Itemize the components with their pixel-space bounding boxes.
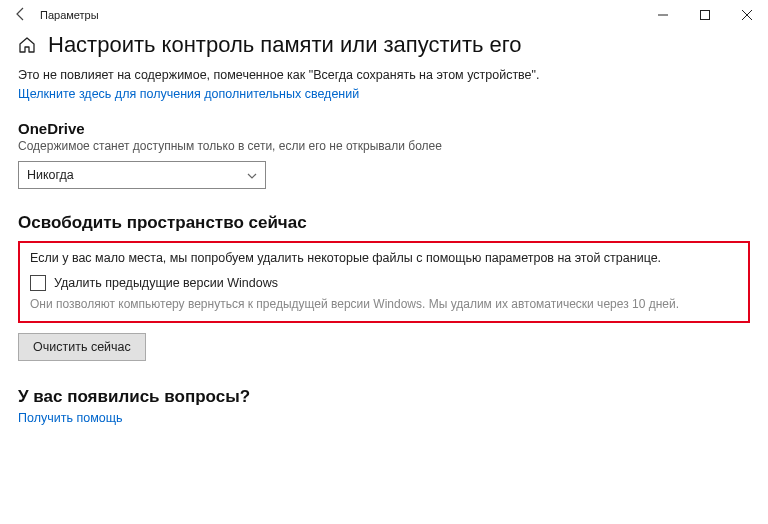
get-help-link[interactable]: Получить помощь [18,411,122,425]
delete-prev-windows-label: Удалить предыдущие версии Windows [54,276,278,290]
window-title: Параметры [36,9,99,21]
titlebar: Параметры [0,0,768,30]
questions-title: У вас появились вопросы? [18,387,750,407]
freespace-text: Если у вас мало места, мы попробуем удал… [30,251,738,265]
freespace-subtext: Они позволяют компьютеру вернуться к пре… [30,297,738,311]
page-title: Настроить контроль памяти или запустить … [48,32,522,58]
onedrive-description: Содержимое станет доступным только в сет… [18,139,750,153]
delete-prev-windows-row: Удалить предыдущие версии Windows [30,275,738,291]
onedrive-title: OneDrive [18,120,750,137]
svg-rect-1 [701,11,710,20]
more-info-link[interactable]: Щелкните здесь для получения дополнитель… [18,87,359,101]
back-button[interactable] [6,7,36,24]
clean-now-button[interactable]: Очистить сейчас [18,333,146,361]
freespace-title: Освободить пространство сейчас [18,213,750,233]
info-text: Это не повлияет на содержимое, помеченно… [18,68,750,82]
window-controls [642,1,768,29]
highlight-box: Если у вас мало места, мы попробуем удал… [18,241,750,323]
maximize-button[interactable] [684,1,726,29]
delete-prev-windows-checkbox[interactable] [30,275,46,291]
chevron-down-icon [247,169,257,181]
home-icon [18,36,36,54]
page-header: Настроить контроль памяти или запустить … [18,32,750,58]
onedrive-dropdown[interactable]: Никогда [18,161,266,189]
dropdown-value: Никогда [27,168,74,182]
close-button[interactable] [726,1,768,29]
content-area: Настроить контроль памяти или запустить … [0,30,768,426]
minimize-button[interactable] [642,1,684,29]
